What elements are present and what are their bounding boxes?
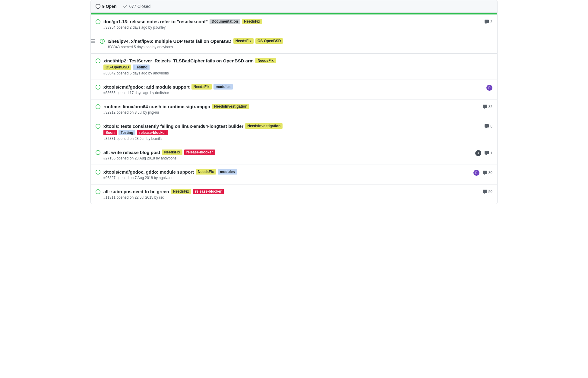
comment-icon [482,170,487,175]
issue-label[interactable]: release-blocker [137,130,168,135]
issue-title-row: x/net/ipv4, x/net/ipv6: multiple UDP tes… [108,38,489,44]
issue-label[interactable]: NeedsFix [196,169,216,175]
open-issues-tab[interactable]: 9 Open [96,4,116,9]
issue-title[interactable]: all: subrepos need to be green [103,189,169,194]
issue-item[interactable]: x/tools: tests consistently failing on l… [91,119,497,145]
closed-issues-tab[interactable]: 677 Closed [122,4,150,9]
issue-label[interactable]: NeedsFix [162,150,182,155]
issue-label[interactable]: OS-OpenBSD [255,38,283,44]
issue-right: 2 [484,19,492,24]
issue-meta: #33842 opened 5 days ago by andybons [103,71,489,75]
issue-title[interactable]: x/tools/cmd/godoc: add module support [103,84,190,90]
issue-label[interactable]: release-blocker [193,189,224,194]
issue-item[interactable]: x/tools/cmd/godoc: add module supportNee… [91,80,497,99]
issue-title-row: x/tools: tests consistently failing on l… [103,123,481,129]
issue-title[interactable]: x/net/ipv4, x/net/ipv6: multiple UDP tes… [108,39,232,44]
open-count-label: 9 Open [102,4,116,9]
issue-label[interactable]: NeedsInvestigation [212,104,249,109]
issue-meta: #27155 opened on 23 Aug 2018 by andybons [103,156,472,160]
issue-main: x/tools: tests consistently failing on l… [103,123,481,141]
comment-icon [482,104,487,109]
comment-count[interactable]: 8 [484,124,492,129]
issue-title[interactable]: x/tools/cmd/godoc, gddo: module support [103,169,194,175]
issue-main: x/net/http2: TestServer_Rejects_TLSBadCi… [103,58,489,75]
issue-item[interactable]: x/net/ipv4, x/net/ipv6: multiple UDP tes… [91,34,497,54]
comment-count-value: 32 [488,105,492,109]
comment-count[interactable]: 50 [482,189,492,194]
issue-title[interactable]: runtime: linux/arm64 crash in runtime.si… [103,104,210,109]
comment-icon [484,151,489,156]
issue-title[interactable]: all: write release blog post [103,150,160,155]
issue-title-row: runtime: linux/arm64 crash in runtime.si… [103,104,479,109]
issue-label[interactable]: NeedsFix [191,84,212,90]
issue-item[interactable]: doc/go1.13: release notes refer to "reso… [91,14,497,34]
issue-meta: #32912 opened on 3 Jul by jing-rui [103,110,479,115]
issue-open-icon [96,85,100,90]
comment-count-value: 50 [488,190,492,194]
comment-count[interactable]: 30 [482,170,492,175]
comment-count[interactable]: 1 [484,151,492,156]
avatar: D [486,85,492,91]
issues-container: 9 Open 677 Closed doc/go1.13: release no… [90,0,498,204]
issue-open-icon [96,170,100,175]
issue-label[interactable]: Soon [103,130,117,135]
issue-item[interactable]: all: write release blog postNeedsFixrele… [91,145,497,165]
issue-open-icon [96,58,100,64]
issue-labels-row2: OS-OpenBSDTesting [103,65,489,70]
issue-meta: #33655 opened 17 days ago by dmitshur [103,91,483,95]
issue-label[interactable]: NeedsFix [242,19,262,24]
issue-label[interactable]: NeedsInvestigation [245,123,283,129]
issue-right: 32 [482,104,492,109]
issue-meta: #11811 opened on 22 Jul 2015 by rsc [103,195,479,200]
issue-right: A1 [475,150,492,156]
issue-item[interactable]: x/net/http2: TestServer_Rejects_TLSBadCi… [91,54,497,80]
issue-label[interactable]: modules [218,169,237,175]
comment-count[interactable]: 2 [484,19,492,24]
issue-open-icon [96,104,100,110]
issue-label[interactable]: NeedsFix [233,38,254,44]
issue-open-icon [96,124,100,130]
menu-icon[interactable] [91,39,96,45]
issue-main: runtime: linux/arm64 crash in runtime.si… [103,104,479,115]
avatar: D [473,170,479,176]
issue-title[interactable]: doc/go1.13: release notes refer to "reso… [103,19,208,24]
issue-title-row: x/net/http2: TestServer_Rejects_TLSBadCi… [103,58,489,63]
avatar: A [475,150,481,156]
issue-meta: #33954 opened 2 days ago by jcburley [103,25,481,30]
issue-right: D [486,85,492,91]
issue-label[interactable]: Documentation [210,19,240,24]
issue-label[interactable]: NeedsFix [171,189,191,194]
open-icon [96,4,100,9]
issue-meta: #26827 opened on 7 Aug 2018 by agnivade [103,176,470,180]
issue-title-row: all: write release blog postNeedsFixrele… [103,150,472,155]
closed-count-label: 677 Closed [129,4,150,9]
issue-main: x/net/ipv4, x/net/ipv6: multiple UDP tes… [108,38,489,49]
comment-icon [484,124,489,129]
issue-label[interactable]: release-blocker [184,150,215,155]
issue-item[interactable]: x/tools/cmd/godoc, gddo: module supportN… [91,165,497,184]
issue-label[interactable]: Testing [119,130,135,135]
issue-meta: #33843 opened 5 days ago by andybons [108,45,489,49]
issue-item[interactable]: runtime: linux/arm64 crash in runtime.si… [91,99,497,119]
issue-title[interactable]: x/tools: tests consistently failing on l… [103,124,243,129]
checkmark-icon [122,4,127,9]
comment-icon [482,189,487,194]
issue-label[interactable]: Testing [133,65,150,70]
issue-title-row: x/tools/cmd/godoc: add module supportNee… [103,84,483,90]
issue-label[interactable]: NeedsFix [255,58,276,63]
comment-count-value: 8 [490,124,492,128]
issue-right: 50 [482,189,492,194]
issue-title[interactable]: x/net/http2: TestServer_Rejects_TLSBadCi… [103,58,254,63]
issue-main: all: subrepos need to be greenNeedsFixre… [103,189,479,200]
comment-count[interactable]: 32 [482,104,492,109]
comment-count-value: 30 [488,171,492,175]
issue-label[interactable]: OS-OpenBSD [103,65,131,70]
issue-title-row: all: subrepos need to be greenNeedsFixre… [103,189,479,194]
issue-main: x/tools/cmd/godoc, gddo: module supportN… [103,169,470,180]
issue-open-icon [96,189,100,195]
issue-title-row: x/tools/cmd/godoc, gddo: module supportN… [103,169,470,175]
issues-header: 9 Open 677 Closed [91,0,497,13]
issue-label[interactable]: modules [213,84,232,90]
issue-item[interactable]: all: subrepos need to be greenNeedsFixre… [91,184,497,204]
issue-main: x/tools/cmd/godoc: add module supportNee… [103,84,483,95]
